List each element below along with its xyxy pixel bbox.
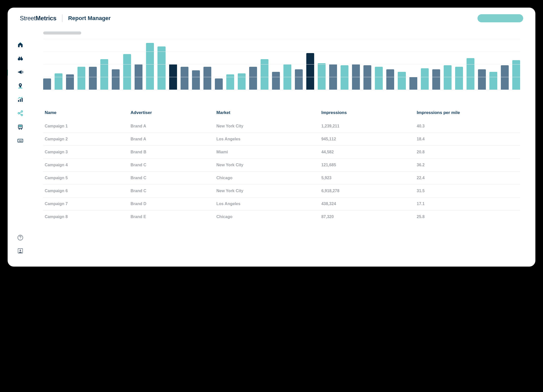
chart-bar[interactable] [455,67,463,90]
chart-bar[interactable] [261,59,268,90]
sidebar-item-share[interactable] [17,110,24,117]
chart-bar[interactable] [489,72,497,90]
cell-market: New York City [215,120,320,133]
cell-market: Chicago [215,210,320,223]
svg-rect-6 [18,100,19,102]
col-header-ipm[interactable]: Impressions per mile [415,108,520,120]
cell-name: Campaign 5 [43,172,129,185]
cell-impressions: 1,239,211 [320,120,415,133]
chart-bar[interactable] [89,67,97,90]
sidebar-item-binoculars[interactable] [17,55,24,62]
col-header-market[interactable]: Market [215,108,320,120]
sidebar-profile[interactable] [17,248,24,255]
cell-impressions: 945,112 [320,133,415,146]
chart-bar[interactable] [375,67,383,90]
chart-bar[interactable] [386,69,394,90]
chart-bar[interactable] [146,43,154,90]
sidebar-help[interactable] [17,235,24,242]
logo-prefix: Street [20,15,36,22]
chart-bar[interactable] [409,77,417,90]
svg-rect-8 [22,98,23,102]
chart-bar[interactable] [249,67,257,90]
cell-advertiser: Brand E [129,210,215,223]
campaigns-table: Name Advertiser Market Impressions Impre… [43,108,520,223]
sidebar-item-home[interactable] [17,42,24,49]
sidebar-item-locations[interactable] [17,83,24,90]
chart-bar[interactable] [444,65,452,90]
chart-bar[interactable] [318,63,326,90]
chart-bar[interactable] [467,58,474,90]
cell-advertiser: Brand C [129,172,215,185]
col-header-impressions[interactable]: Impressions [320,108,415,120]
cell-impressions: 121,685 [320,159,415,172]
chart-bar[interactable] [341,65,348,90]
chart-bar[interactable] [272,72,280,90]
chart-bar[interactable] [363,65,371,90]
cell-name: Campaign 2 [43,133,129,146]
chart-bar[interactable] [112,69,120,90]
table-row[interactable]: Campaign 3Brand BMiami44,58220.8 [43,146,520,159]
svg-rect-3 [21,57,22,58]
chart-bar[interactable] [100,59,108,90]
sidebar-item-ads[interactable]: AD [17,138,24,145]
chart-bar[interactable] [215,78,223,90]
chart-bar[interactable] [295,69,303,90]
header: StreetMetrics Report Manager [8,8,535,26]
cell-name: Campaign 6 [43,185,129,198]
cell-advertiser: Brand C [129,159,215,172]
cell-advertiser: Brand B [129,146,215,159]
cell-advertiser: Brand C [129,185,215,198]
chart-bar[interactable] [66,74,74,90]
cell-ipm: 25.8 [415,210,520,223]
cell-market: Miami [215,146,320,159]
table-row[interactable]: Campaign 4Brand CNew York City121,68536.… [43,159,520,172]
chart-bar[interactable] [157,46,165,90]
chart-bar[interactable] [203,67,211,90]
chart-bar[interactable] [226,74,234,90]
bus-icon [17,124,23,131]
chart-gridline [43,52,520,52]
chart-bar[interactable] [181,67,188,90]
chart-bar[interactable] [306,53,314,90]
table-row[interactable]: Campaign 8Brand EChicago87,32025.8 [43,210,520,223]
chart-icon [17,96,23,104]
svg-rect-2 [19,57,20,58]
chart-bar[interactable] [512,60,520,90]
chart-title-placeholder [43,31,81,35]
chart-bar[interactable] [238,73,246,90]
table-row[interactable]: Campaign 2Brand ALos Angeles945,11218.4 [43,133,520,146]
chart-bar[interactable] [398,72,406,90]
chart-bar[interactable] [501,65,509,90]
chart-wrap [43,39,520,90]
chart-gridline [43,77,520,77]
sidebar-item-analytics[interactable] [17,96,24,104]
chart-bar[interactable] [421,68,429,90]
sidebar: AD [8,26,33,265]
chart-bar[interactable] [192,70,200,90]
cell-market: Los Angeles [215,198,320,210]
header-action-pill[interactable] [477,14,523,22]
cell-name: Campaign 3 [43,146,129,159]
chart-bar[interactable] [55,73,62,90]
app-window: StreetMetrics Report Manager [8,8,535,267]
chart-gridline [43,64,520,64]
chart-bar[interactable] [432,69,440,90]
sidebar-item-campaigns[interactable] [17,69,24,76]
table-row[interactable]: Campaign 7Brand DLos Angeles438,32417.1 [43,198,520,210]
col-header-advertiser[interactable]: Advertiser [129,108,215,120]
cell-impressions: 87,320 [320,210,415,223]
sidebar-item-transit[interactable] [17,124,24,131]
profile-icon [17,248,23,255]
cell-impressions: 44,582 [320,146,415,159]
chart-bar[interactable] [478,69,486,90]
chart-bar[interactable] [123,54,131,90]
logo: StreetMetrics [20,15,56,22]
chart-bar[interactable] [43,78,51,90]
col-header-name[interactable]: Name [43,108,129,120]
table-body: Campaign 1Brand ANew York City1,239,2114… [43,120,520,223]
table-row[interactable]: Campaign 1Brand ANew York City1,239,2114… [43,120,520,133]
chart-bar[interactable] [77,67,85,90]
table-row[interactable]: Campaign 5Brand CChicago5,92322.4 [43,172,520,185]
megaphone-icon [17,69,23,76]
table-row[interactable]: Campaign 6Brand CNew York City6,918,2783… [43,185,520,198]
